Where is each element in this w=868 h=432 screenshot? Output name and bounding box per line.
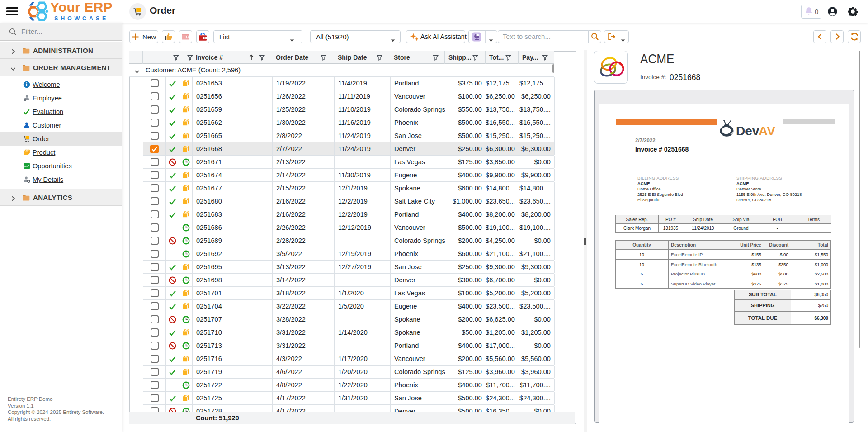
svg-text:Dev: Dev bbox=[736, 124, 760, 138]
svg-text:AV: AV bbox=[759, 124, 775, 138]
